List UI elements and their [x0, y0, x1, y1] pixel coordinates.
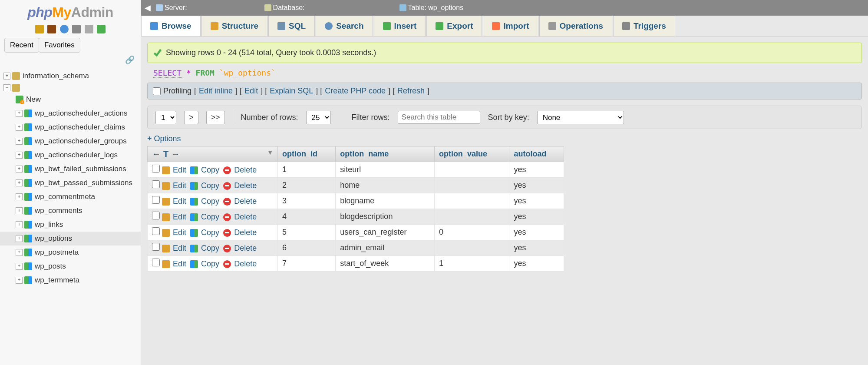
row-checkbox[interactable]: [152, 212, 160, 219]
edit-link[interactable]: Edit: [173, 259, 186, 268]
tab-operations[interactable]: Operations: [539, 16, 612, 36]
copy-link[interactable]: Copy: [201, 197, 219, 206]
delete-link[interactable]: Delete: [234, 244, 257, 252]
page-select[interactable]: 1: [155, 111, 176, 124]
copy-link[interactable]: Copy: [201, 212, 219, 221]
delete-link[interactable]: Delete: [234, 212, 257, 221]
tab-structure[interactable]: Structure: [201, 16, 267, 36]
col-option-value[interactable]: option_value: [434, 146, 509, 162]
tree-table-wp_comments[interactable]: +wp_comments: [0, 204, 141, 218]
edit-inline-link[interactable]: Edit inline: [199, 86, 233, 96]
expand-icon[interactable]: +: [16, 110, 23, 117]
delete-link[interactable]: Delete: [234, 228, 257, 237]
profiling-checkbox[interactable]: [153, 87, 161, 95]
delete-link[interactable]: Delete: [234, 166, 257, 174]
expand-icon[interactable]: +: [16, 235, 23, 242]
copy-link[interactable]: Copy: [201, 228, 219, 237]
home-icon[interactable]: [35, 25, 44, 33]
filter-input[interactable]: [398, 111, 480, 124]
edit-link[interactable]: Edit: [173, 212, 186, 221]
nav-arrow-icon[interactable]: ◀: [145, 3, 151, 13]
tree-table-wp_actionscheduler_claims[interactable]: +wp_actionscheduler_claims: [0, 120, 141, 134]
tree-table-wp_bwt_failed_submissions[interactable]: +wp_bwt_failed_submissions: [0, 162, 141, 176]
options-toggle-link[interactable]: + Options: [147, 134, 181, 143]
col-autoload[interactable]: autoload: [509, 146, 564, 162]
crumb-database[interactable]: Database:: [264, 4, 307, 12]
copy-link[interactable]: Copy: [201, 166, 219, 174]
tab-insert[interactable]: Insert: [374, 16, 426, 36]
tree-table-wp_links[interactable]: +wp_links: [0, 218, 141, 232]
row-checkbox[interactable]: [152, 165, 160, 173]
recent-tab[interactable]: Recent: [4, 38, 39, 53]
tree-table-wp_commentmeta[interactable]: +wp_commentmeta: [0, 190, 141, 204]
col-option-id[interactable]: option_id: [278, 146, 336, 162]
sort-select[interactable]: None: [537, 111, 624, 124]
tree-table-wp_posts[interactable]: +wp_posts: [0, 259, 141, 273]
help-icon[interactable]: [60, 25, 69, 33]
explain-sql-link[interactable]: Explain SQL: [270, 86, 313, 96]
col-option-name[interactable]: option_name: [336, 146, 435, 162]
edit-link[interactable]: Edit: [173, 166, 186, 174]
tab-export[interactable]: Export: [426, 16, 482, 36]
tab-sql[interactable]: SQL: [268, 16, 315, 36]
row-checkbox[interactable]: [152, 227, 160, 235]
row-checkbox[interactable]: [152, 180, 160, 188]
db-information-schema[interactable]: + information_schema: [0, 69, 141, 83]
delete-link[interactable]: Delete: [234, 181, 257, 190]
expand-icon[interactable]: +: [16, 263, 23, 270]
tree-table-wp_actionscheduler_logs[interactable]: +wp_actionscheduler_logs: [0, 148, 141, 162]
last-page-button[interactable]: >>: [206, 111, 225, 124]
row-checkbox[interactable]: [152, 196, 160, 204]
edit-link[interactable]: Edit: [173, 197, 186, 206]
delete-link[interactable]: Delete: [234, 259, 257, 268]
tree-table-wp_actionscheduler_actions[interactable]: +wp_actionscheduler_actions: [0, 106, 141, 120]
tree-table-wp_options[interactable]: +wp_options: [0, 232, 141, 246]
logout-icon[interactable]: [47, 25, 56, 33]
tab-triggers[interactable]: Triggers: [613, 16, 675, 36]
tree-table-wp_postmeta[interactable]: +wp_postmeta: [0, 246, 141, 259]
copy-link[interactable]: Copy: [201, 244, 219, 252]
expand-icon[interactable]: +: [16, 124, 23, 131]
copy-link[interactable]: Copy: [201, 259, 219, 268]
tree-table-wp_termmeta[interactable]: +wp_termmeta: [0, 273, 141, 287]
next-page-button[interactable]: >: [184, 111, 198, 124]
crumb-server[interactable]: Server:: [156, 4, 189, 12]
tab-browse[interactable]: Browse: [141, 16, 201, 36]
expand-icon[interactable]: +: [16, 193, 23, 200]
edit-link[interactable]: Edit: [173, 244, 186, 252]
expand-icon[interactable]: +: [16, 221, 23, 228]
copy-link[interactable]: Copy: [201, 181, 219, 190]
delete-link[interactable]: Delete: [234, 197, 257, 206]
link-chain-icon[interactable]: 🔗: [0, 53, 141, 67]
expand-icon[interactable]: +: [16, 249, 23, 256]
expand-icon[interactable]: +: [16, 166, 23, 173]
expand-icon[interactable]: +: [16, 152, 23, 159]
tree-table-wp_actionscheduler_groups[interactable]: +wp_actionscheduler_groups: [0, 134, 141, 148]
reload-icon[interactable]: [97, 25, 106, 33]
expand-icon[interactable]: +: [3, 73, 10, 80]
crumb-table[interactable]: Table: wp_options: [399, 4, 464, 12]
expand-icon[interactable]: +: [16, 207, 23, 214]
row-checkbox[interactable]: [152, 243, 160, 251]
favorites-tab[interactable]: Favorites: [39, 38, 80, 53]
new-table-link[interactable]: New: [0, 93, 141, 106]
expand-icon[interactable]: +: [16, 277, 23, 284]
collapse-icon[interactable]: −: [3, 84, 10, 91]
numrows-select[interactable]: 25: [306, 111, 331, 124]
nav-arrows-icon[interactable]: ←T→: [152, 149, 182, 159]
tree-table-wp_bwt_passed_submissions[interactable]: +wp_bwt_passed_submissions: [0, 176, 141, 190]
row-checkbox[interactable]: [152, 259, 160, 266]
expand-icon[interactable]: +: [16, 138, 23, 145]
db-current[interactable]: −: [0, 83, 141, 93]
sql-query-icon[interactable]: [72, 25, 81, 33]
sort-dropdown-icon[interactable]: ▼: [267, 149, 273, 156]
tab-import[interactable]: Import: [483, 16, 538, 36]
tab-search[interactable]: Search: [316, 16, 373, 36]
refresh-link[interactable]: Refresh: [397, 86, 425, 96]
edit-link[interactable]: Edit: [244, 86, 258, 96]
edit-link[interactable]: Edit: [173, 181, 186, 190]
edit-link[interactable]: Edit: [173, 228, 186, 237]
create-php-link[interactable]: Create PHP code: [325, 86, 386, 96]
expand-icon[interactable]: +: [16, 179, 23, 186]
settings-icon[interactable]: [85, 25, 93, 33]
